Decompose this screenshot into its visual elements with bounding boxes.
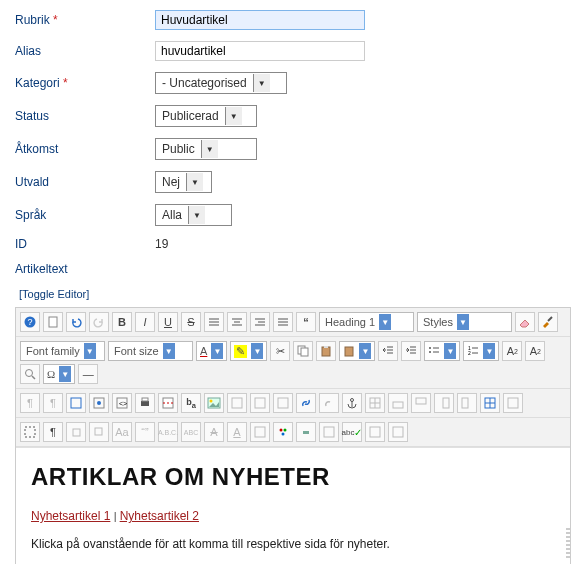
table-col-before-icon[interactable]	[434, 393, 454, 413]
align-center-icon[interactable]	[227, 312, 247, 332]
table-row-after-icon[interactable]	[411, 393, 431, 413]
svg-rect-37	[71, 398, 81, 408]
utvald-select[interactable]: Nej ▼	[155, 171, 212, 193]
anchor-icon[interactable]	[342, 393, 362, 413]
svg-rect-66	[95, 428, 102, 435]
svg-point-27	[429, 347, 431, 349]
content-link-2[interactable]: Nyhetsartikel 2	[120, 509, 199, 523]
hr-icon[interactable]: —	[78, 364, 98, 384]
visualchars-icon[interactable]	[365, 422, 385, 442]
svg-rect-20	[345, 347, 353, 356]
fullscreen-icon[interactable]	[66, 393, 86, 413]
atkomst-select[interactable]: Public ▼	[155, 138, 257, 160]
align-full-icon[interactable]	[273, 312, 293, 332]
quote-insert-icon[interactable]: “”	[135, 422, 155, 442]
number-list-select[interactable]: 12▼	[463, 341, 499, 361]
highlight-color-picker[interactable]: ✎▼	[230, 341, 267, 361]
preview-icon[interactable]	[89, 393, 109, 413]
indent-icon[interactable]	[401, 341, 421, 361]
kategori-select[interactable]: - Uncategorised ▼	[155, 72, 287, 94]
chevron-down-icon: ▼	[359, 343, 371, 359]
resize-handle[interactable]	[566, 528, 571, 558]
media-icon[interactable]	[227, 393, 247, 413]
find-icon[interactable]	[20, 364, 40, 384]
template-icon[interactable]	[273, 393, 293, 413]
blockquote-icon[interactable]: “	[296, 312, 316, 332]
layer-back-icon[interactable]	[66, 422, 86, 442]
attributes-icon[interactable]	[250, 422, 270, 442]
eraser-icon[interactable]	[515, 312, 535, 332]
paste-icon[interactable]	[316, 341, 336, 361]
copy-icon[interactable]	[293, 341, 313, 361]
redo-icon[interactable]	[89, 312, 109, 332]
case-icon[interactable]: Aa	[112, 422, 132, 442]
sprak-select[interactable]: Alla ▼	[155, 204, 232, 226]
cut-icon[interactable]: ✂	[270, 341, 290, 361]
acronym-icon[interactable]: ABC	[181, 422, 201, 442]
superscript-icon[interactable]: A2	[525, 341, 545, 361]
align-justify-icon[interactable]	[204, 312, 224, 332]
new-doc-icon[interactable]	[43, 312, 63, 332]
table-insert-icon[interactable]	[365, 393, 385, 413]
abbr-icon[interactable]: A.B.C.	[158, 422, 178, 442]
table-row-before-icon[interactable]	[388, 393, 408, 413]
table-delete-icon[interactable]	[503, 393, 523, 413]
source-icon[interactable]: <>	[112, 393, 132, 413]
svg-rect-2	[49, 317, 57, 327]
readmore-icon[interactable]	[158, 393, 178, 413]
svg-point-68	[280, 429, 283, 432]
del-icon[interactable]: A	[204, 422, 224, 442]
para-show-icon[interactable]: ¶	[20, 393, 40, 413]
image-icon[interactable]	[204, 393, 224, 413]
styles-select[interactable]: Styles▼	[417, 312, 512, 332]
table-col-after-icon[interactable]	[457, 393, 477, 413]
unlink-icon[interactable]	[319, 393, 339, 413]
text-color-picker[interactable]: A▼	[196, 341, 227, 361]
chevron-down-icon: ▼	[84, 343, 96, 359]
content-link-1[interactable]: Nyhetsartikel 1	[31, 509, 110, 523]
print-icon[interactable]	[135, 393, 155, 413]
align-right-icon[interactable]	[250, 312, 270, 332]
outdent-icon[interactable]	[378, 341, 398, 361]
undo-icon[interactable]	[66, 312, 86, 332]
alias-input[interactable]	[155, 41, 365, 61]
chevron-down-icon: ▼	[444, 343, 456, 359]
underline-button[interactable]: U	[158, 312, 178, 332]
style-props-icon[interactable]	[273, 422, 293, 442]
editor-content-area[interactable]: ARTIKLAR OM NYHETER Nyhetsartikel 1 | Ny…	[16, 447, 570, 564]
spellcheck-icon[interactable]: abc✓	[342, 422, 362, 442]
strike-button[interactable]: S	[181, 312, 201, 332]
visual-blocks-icon[interactable]	[20, 422, 40, 442]
rubrik-input[interactable]	[155, 10, 365, 30]
svg-point-47	[210, 400, 213, 403]
table-icon[interactable]	[480, 393, 500, 413]
nbsp-icon[interactable]	[296, 422, 316, 442]
font-size-select[interactable]: Font size▼	[108, 341, 193, 361]
help-icon[interactable]: ?	[20, 312, 40, 332]
status-select[interactable]: Publicerad ▼	[155, 105, 257, 127]
layer-front-icon[interactable]	[89, 422, 109, 442]
emoticon-icon[interactable]	[319, 422, 339, 442]
italic-button[interactable]: I	[135, 312, 155, 332]
brush-icon[interactable]	[538, 312, 558, 332]
heading-select[interactable]: Heading 1▼	[319, 312, 414, 332]
font-family-select[interactable]: Font family▼	[20, 341, 105, 361]
subscript-icon[interactable]: A2	[502, 341, 522, 361]
anchor-text-icon[interactable]: ba	[181, 393, 201, 413]
paste-mode-select[interactable]: ▼	[339, 341, 375, 361]
para-icon[interactable]: ¶	[43, 393, 63, 413]
link-icon[interactable]	[296, 393, 316, 413]
direction-icon[interactable]	[388, 422, 408, 442]
bold-button[interactable]: B	[112, 312, 132, 332]
object-icon[interactable]	[250, 393, 270, 413]
chevron-down-icon: ▼	[251, 343, 263, 359]
ins-icon[interactable]: A	[227, 422, 247, 442]
svg-point-69	[284, 429, 287, 432]
svg-rect-71	[303, 431, 309, 434]
bullet-list-select[interactable]: ▼	[424, 341, 460, 361]
chevron-down-icon: ▼	[201, 140, 218, 158]
show-chars-icon[interactable]: ¶	[43, 422, 63, 442]
special-char-select[interactable]: Ω▼	[43, 364, 75, 384]
toggle-editor-link[interactable]: [Toggle Editor]	[19, 288, 89, 300]
chevron-down-icon: ▼	[225, 107, 242, 125]
